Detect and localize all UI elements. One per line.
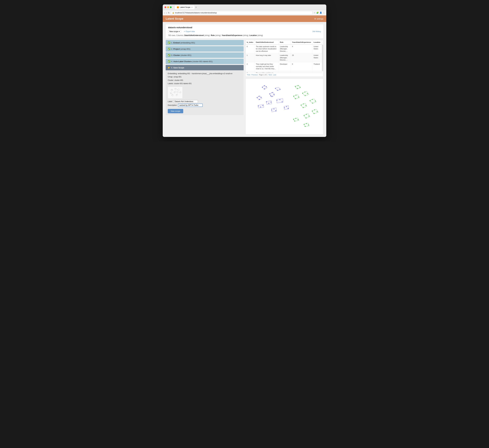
settings-button[interactable]: ⚙ settings xyxy=(314,18,323,20)
new-scope-button[interactable]: New scope xyxy=(168,109,183,113)
app-logo: Latent Scope xyxy=(166,17,183,20)
svg-point-13 xyxy=(176,88,176,89)
cell-location: Thailand xyxy=(312,62,322,71)
steps-panel: ✅ 1. Embed (embedding-001) ✅ 2. Project … xyxy=(166,40,244,135)
job-history-link[interactable]: Job history xyxy=(312,31,321,32)
step-1-header[interactable]: ✅ 1. Embed (embedding-001) xyxy=(166,40,244,45)
svg-point-82 xyxy=(312,99,313,100)
address-bar[interactable]: 🔒 localhost:5174/datasets/datavis-notund… xyxy=(171,11,312,15)
svg-point-74 xyxy=(305,95,306,96)
maximize-button[interactable] xyxy=(170,6,172,8)
svg-point-21 xyxy=(172,95,172,96)
next-page-link[interactable]: Next xyxy=(269,74,272,76)
cell-location xyxy=(312,71,322,73)
label-row: Label: xyxy=(168,100,242,103)
step-3-icon: ✅ xyxy=(168,54,170,56)
step-2-header[interactable]: ✅ 2. Project (umap-001) xyxy=(166,46,244,52)
settings-icon: ⚙ xyxy=(314,18,316,20)
svg-point-9 xyxy=(171,90,171,90)
label-input[interactable] xyxy=(174,100,198,103)
scope-dropdown[interactable]: New scope ▾ xyxy=(168,30,181,33)
svg-point-72 xyxy=(304,92,305,92)
close-button[interactable] xyxy=(164,6,166,8)
cell-years: 25 xyxy=(291,53,312,62)
scatter-panel xyxy=(245,79,323,135)
step-2-icon: ✅ xyxy=(168,48,170,50)
last-page-link[interactable]: Last xyxy=(273,74,276,76)
svg-point-106 xyxy=(304,124,305,125)
cell-role: Leadership (Manager, Director,… xyxy=(278,44,291,53)
first-page-link[interactable]: First xyxy=(247,74,250,76)
svg-point-73 xyxy=(307,93,308,94)
svg-point-29 xyxy=(264,88,265,89)
content-area: datavis-notunderstood New scope ▾ ↗ Expo… xyxy=(163,22,326,137)
table-scrollbar[interactable] xyxy=(322,45,323,71)
active-tab[interactable]: 🟧 Latent Scope ✕ xyxy=(175,5,195,9)
dataset-controls: New scope ▾ ↗ Export data Job history xyxy=(168,30,321,33)
bookmark-icon[interactable]: ☆ xyxy=(314,12,315,14)
browser-toolbar: ‹ › ↻ 🔒 localhost:5174/datasets/datavis-… xyxy=(163,10,326,16)
extensions-icon[interactable]: 🧩 xyxy=(316,12,319,14)
svg-point-66 xyxy=(295,86,296,87)
svg-point-89 xyxy=(303,107,304,108)
browser-titlebar: 🟧 Latent Scope ✕ + xyxy=(163,4,326,10)
cell-text: The data upstream needs to be clean befo… xyxy=(255,44,279,53)
tab-close-icon[interactable]: ✕ xyxy=(191,6,193,8)
col-text: DataVizNotUnderstood xyxy=(255,40,279,44)
svg-point-12 xyxy=(175,89,175,89)
svg-point-10 xyxy=(172,89,172,90)
table-row: 0 The data upstream needs to be clean be… xyxy=(245,44,322,53)
export-data-link[interactable]: ↗ Export data xyxy=(184,31,195,32)
svg-point-107 xyxy=(306,123,307,124)
svg-point-104 xyxy=(294,120,295,121)
svg-point-79 xyxy=(295,98,296,99)
step-4-label: 4. Auto-Label Clusters (cluster-001-labe… xyxy=(171,60,213,63)
svg-point-15 xyxy=(170,93,171,93)
svg-point-31 xyxy=(257,97,258,98)
svg-point-11 xyxy=(172,90,173,90)
svg-point-98 xyxy=(309,116,309,117)
profile-icon[interactable]: 👤 xyxy=(320,12,322,14)
step-4-icon: ✅ xyxy=(168,60,170,63)
toolbar-actions: ☆ 🧩 👤 ⋮ xyxy=(314,12,325,14)
description-field-label: Description: xyxy=(168,104,177,107)
svg-marker-7 xyxy=(171,94,174,96)
table-row: 3 The need for and time it xyxy=(245,71,322,73)
step-3-header[interactable]: ✅ 3. Cluster (cluster-001) xyxy=(166,52,244,58)
purple-cluster xyxy=(257,85,289,112)
menu-icon[interactable]: ⋮ xyxy=(323,12,325,14)
svg-point-28 xyxy=(266,86,267,87)
page-indicator: Page 1 of 1 xyxy=(259,74,267,76)
svg-point-36 xyxy=(269,94,270,94)
forward-button[interactable]: › xyxy=(166,12,167,14)
step-4-header[interactable]: ✅ 4. Auto-Label Clusters (cluster-001-la… xyxy=(166,59,244,64)
main-layout: ✅ 1. Embed (embedding-001) ✅ 2. Project … xyxy=(166,40,323,135)
minimize-button[interactable] xyxy=(167,6,169,8)
thumbnail-scatter xyxy=(169,88,182,98)
label-field-label: Label: xyxy=(168,100,173,103)
svg-point-103 xyxy=(298,119,299,120)
reload-button[interactable]: ↻ xyxy=(168,12,170,14)
svg-point-87 xyxy=(303,104,304,104)
svg-point-23 xyxy=(176,95,177,95)
description-input[interactable] xyxy=(178,104,203,107)
cell-role xyxy=(278,71,291,73)
labels-line: Labels: cluster-001-labels-001 xyxy=(168,82,242,85)
col-years: YearsDataVizExperience xyxy=(291,40,312,44)
svg-point-108 xyxy=(308,125,309,125)
tab-favicon: 🟧 xyxy=(177,6,179,8)
svg-point-97 xyxy=(306,114,307,115)
step-5-header[interactable]: 👉 5. Save Scope xyxy=(166,65,244,70)
svg-point-69 xyxy=(297,88,298,89)
svg-point-24 xyxy=(177,94,177,95)
svg-point-101 xyxy=(293,119,294,120)
scope-dropdown-label: New scope xyxy=(169,31,178,32)
svg-point-67 xyxy=(298,85,299,86)
back-button[interactable]: ‹ xyxy=(164,12,165,14)
svg-marker-52 xyxy=(258,104,264,108)
svg-point-37 xyxy=(272,92,273,93)
umap-line: Umap: umap-001 xyxy=(168,75,242,78)
prev-page-link[interactable]: Previous xyxy=(251,74,258,76)
new-tab-button[interactable]: + xyxy=(196,6,197,9)
svg-point-78 xyxy=(298,97,299,97)
